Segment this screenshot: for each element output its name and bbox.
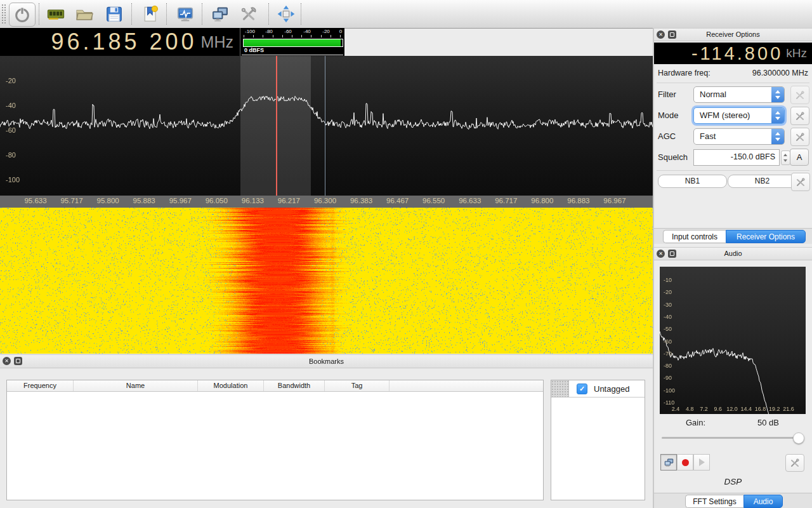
tab-receiver-options[interactable]: Receiver Options <box>726 230 806 243</box>
open-button[interactable] <box>72 3 97 25</box>
audio-fft-plot[interactable]: -10-20-30-40-50-60-70-80-90-100-110 2.44… <box>660 267 806 414</box>
meter-scale-tick: 0 <box>339 29 342 34</box>
tools-icon <box>239 4 258 23</box>
waterfall-display[interactable] <box>0 208 653 354</box>
tools-button[interactable] <box>236 3 261 25</box>
column-header-tag[interactable]: Tag <box>325 380 390 391</box>
audio-panel: Audio -10-20-30-40-50-60-70-80-90-100-11… <box>654 247 812 508</box>
audio-record-button[interactable] <box>677 454 693 471</box>
meter-scale-tick: -60 <box>284 29 292 34</box>
record-icon <box>682 459 689 466</box>
spectrum-freq-tick: 96.800 <box>531 197 553 204</box>
bookmarks-table-header: Frequency Name Modulation Bandwidth Tag <box>7 380 543 392</box>
offset-frequency-display[interactable]: -114.800 kHz <box>654 43 812 64</box>
tab-fft-settings[interactable]: FFT Settings <box>685 495 743 508</box>
load-bookmarks-button[interactable] <box>138 3 163 25</box>
audio-options-button[interactable] <box>785 454 804 472</box>
receiver-options-title: Receiver Options <box>654 29 812 41</box>
remote-control-button[interactable] <box>207 3 233 25</box>
mode-options-button[interactable] <box>790 107 809 125</box>
audio-db-tick: -20 <box>664 289 672 295</box>
audio-db-tick: -60 <box>664 338 672 345</box>
squelch-label: Squelch <box>658 152 688 162</box>
toolbar-separator <box>39 3 39 25</box>
meter-fill <box>244 39 341 46</box>
audio-freq-tick: 9.6 <box>714 406 722 412</box>
bookmarks-panel: Bookmarks Frequency Name Modulation Band… <box>0 354 653 508</box>
column-header-frequency[interactable]: Frequency <box>7 380 74 391</box>
squelch-spinbox[interactable]: -150.0 dBFS <box>693 149 780 166</box>
save-button[interactable] <box>102 3 127 25</box>
spectrum-trace-canvas[interactable] <box>0 56 653 196</box>
audio-freq-tick: 2.4 <box>672 406 680 412</box>
spectrum-freq-tick: 96.300 <box>314 197 336 204</box>
meter-label: 0 dBFS <box>244 47 264 53</box>
receiver-options-panel: Receiver Options -114.800 kHz Hardware f… <box>654 28 812 243</box>
nb-options-button[interactable] <box>791 173 810 191</box>
frequency-digits[interactable]: 96.185 200 <box>51 29 197 55</box>
agc-value: Fast <box>700 131 716 141</box>
dsp-toggle-button[interactable] <box>173 3 198 25</box>
tag-checkbox[interactable]: ✓ <box>577 384 587 394</box>
fullscreen-button[interactable] <box>273 3 299 25</box>
nb1-button[interactable]: NB1 <box>658 175 727 188</box>
tools-icon <box>796 177 806 187</box>
column-header-bandwidth[interactable]: Bandwidth <box>264 380 325 391</box>
audio-fft-canvas[interactable] <box>660 267 806 414</box>
fullscreen-arrows-icon <box>276 4 296 24</box>
mode-combo[interactable]: WFM (stereo) <box>693 107 785 124</box>
spectrum-freq-tick: 96.050 <box>206 197 228 204</box>
column-header-name[interactable]: Name <box>74 380 198 391</box>
squelch-spinner[interactable] <box>781 150 790 165</box>
gqrx-main-window: 96.185 200 MHz -100-80-60-40-200 0 dBFS … <box>0 0 812 508</box>
gain-slider[interactable] <box>662 437 803 439</box>
meter-baseline <box>242 55 343 55</box>
filter-combo[interactable]: Normal <box>693 86 785 103</box>
bookmarks-file-icon <box>141 4 160 23</box>
tuning-line[interactable] <box>276 56 277 208</box>
tag-color-handle[interactable] <box>551 380 569 397</box>
spectrum-freq-tick: 95.883 <box>133 197 155 204</box>
nb2-button[interactable]: NB2 <box>728 175 797 188</box>
column-header-modulation[interactable]: Modulation <box>198 380 264 391</box>
audio-play-button[interactable] <box>693 454 710 471</box>
tools-icon <box>790 458 800 468</box>
spectrum-plot[interactable]: -20-40-60-80-100 95.63395.71795.80095.88… <box>0 56 653 208</box>
agc-options-button[interactable] <box>790 128 809 146</box>
udp-stream-button[interactable] <box>660 454 677 471</box>
audio-db-tick: -70 <box>664 351 672 357</box>
waterfall-canvas[interactable] <box>0 208 653 354</box>
audio-db-tick: -110 <box>664 399 674 406</box>
signal-meter: -100-80-60-40-200 0 dBFS <box>240 28 344 56</box>
spectrum-freq-tick: 96.883 <box>567 197 589 204</box>
tag-row-untagged[interactable]: ✓ Untagged <box>551 380 645 398</box>
io-devices-button[interactable] <box>43 3 69 25</box>
frequency-display[interactable]: 96.185 200 MHz <box>0 28 240 56</box>
meter-scale-tick: -40 <box>303 29 311 34</box>
spectrum-frequency-axis[interactable]: 95.63395.71795.80095.88395.96796.05096.1… <box>0 196 653 208</box>
audio-db-tick: -100 <box>664 387 675 394</box>
audio-db-tick: -90 <box>664 375 672 381</box>
toolbar-drag-handle[interactable] <box>1 4 6 24</box>
audio-freq-tick: 12.0 <box>726 406 738 412</box>
spectrum-freq-tick: 96.633 <box>459 197 481 204</box>
gain-value: 50 dB <box>757 418 779 427</box>
filter-shape-button[interactable] <box>790 86 809 104</box>
gain-slider-knob[interactable] <box>793 432 804 444</box>
tab-input-controls[interactable]: Input controls <box>663 230 726 243</box>
audio-db-tick: -50 <box>664 326 672 332</box>
hardware-freq-row: Hardware freq: 96.300000 MHz <box>658 69 808 77</box>
audio-dock-tabstrip: FFT Settings Audio <box>654 493 812 508</box>
filter-label: Filter <box>658 90 676 99</box>
auto-squelch-button[interactable]: A <box>790 149 809 166</box>
agc-combo[interactable]: Fast <box>693 128 785 145</box>
bookmarks-titlebar: Bookmarks <box>0 354 653 368</box>
frequency-unit: MHz <box>201 33 233 51</box>
combo-arrows-icon <box>771 87 784 102</box>
power-icon <box>13 6 31 23</box>
tab-audio[interactable]: Audio <box>743 495 783 508</box>
toolbar-separator <box>268 3 269 25</box>
tag-label: Untagged <box>594 384 629 394</box>
power-button[interactable] <box>9 3 36 27</box>
offset-digits[interactable]: -114.800 <box>691 43 783 64</box>
